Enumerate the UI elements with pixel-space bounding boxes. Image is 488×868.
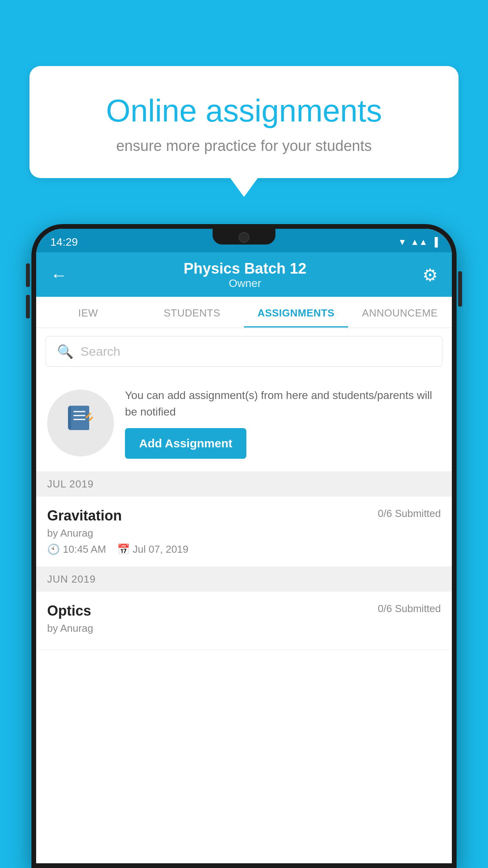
phone-camera	[238, 232, 250, 243]
speech-bubble: Online assignments ensure more practice …	[29, 66, 459, 178]
search-placeholder: Search	[81, 344, 120, 359]
volume-up-button	[26, 263, 30, 287]
assignment-row: Gravitation 0/6 Submitted	[47, 508, 441, 524]
add-assignment-button[interactable]: Add Assignment	[125, 428, 246, 459]
assignment-row-optics: Optics 0/6 Submitted	[47, 603, 441, 619]
app-header: ← Physics Batch 12 Owner ⚙	[36, 252, 452, 297]
add-assignment-promo: You can add assignment(s) from here and …	[36, 375, 452, 472]
search-icon: 🔍	[57, 344, 73, 359]
tab-students[interactable]: STUDENTS	[140, 297, 244, 327]
header-center: Physics Batch 12 Owner	[68, 260, 422, 290]
section-header-jun: JUN 2019	[36, 567, 452, 592]
promo-content: You can add assignment(s) from here and …	[125, 387, 441, 459]
header-title: Physics Batch 12	[68, 260, 422, 277]
assignment-by: by Anurag	[47, 527, 441, 539]
signal-icon: ▲▲	[411, 237, 428, 247]
tab-assignments[interactable]: ASSIGNMENTS	[244, 297, 348, 327]
assignment-time: 🕙 10:45 AM	[47, 543, 106, 555]
calendar-icon: 📅	[117, 543, 130, 555]
phone-screen: 14:29 ▼ ▲▲ ▐ ← Physics Batch 12 Owner ⚙ …	[36, 229, 452, 863]
volume-down-button	[26, 295, 30, 318]
settings-icon[interactable]: ⚙	[422, 265, 438, 285]
tab-iew[interactable]: IEW	[36, 297, 140, 327]
clock-icon: 🕙	[47, 543, 60, 555]
wifi-icon: ▼	[398, 237, 407, 247]
battery-icon: ▐	[431, 237, 438, 247]
assignment-name: Gravitation	[47, 508, 122, 524]
tab-bar: IEW STUDENTS ASSIGNMENTS ANNOUNCEME	[36, 297, 452, 328]
search-input-wrap[interactable]: 🔍 Search	[46, 336, 442, 367]
promo-description: You can add assignment(s) from here and …	[125, 387, 441, 420]
power-button	[458, 271, 462, 307]
status-icons: ▼ ▲▲ ▐	[398, 237, 438, 247]
search-bar: 🔍 Search	[36, 328, 452, 375]
speech-bubble-subtitle: ensure more practice for your students	[61, 138, 427, 154]
notebook-icon	[65, 404, 96, 443]
assignment-name-optics: Optics	[47, 603, 91, 619]
speech-bubble-title: Online assignments	[61, 94, 427, 128]
assignment-item-gravitation[interactable]: Gravitation 0/6 Submitted by Anurag 🕙 10…	[36, 497, 452, 567]
assignment-submitted-optics: 0/6 Submitted	[378, 603, 441, 615]
back-button[interactable]: ←	[50, 265, 68, 285]
section-header-jul: JUL 2019	[36, 472, 452, 497]
phone-frame: 14:29 ▼ ▲▲ ▐ ← Physics Batch 12 Owner ⚙ …	[31, 224, 457, 868]
status-time: 14:29	[50, 236, 78, 248]
promo-icon-circle	[47, 390, 114, 456]
assignment-date: 📅 Jul 07, 2019	[117, 543, 189, 555]
tab-announcements[interactable]: ANNOUNCEME	[348, 297, 452, 327]
svg-rect-1	[68, 407, 71, 429]
assignment-by-optics: by Anurag	[47, 622, 441, 634]
header-subtitle: Owner	[68, 277, 422, 290]
assignment-item-optics[interactable]: Optics 0/6 Submitted by Anurag	[36, 592, 452, 650]
assignment-meta: 🕙 10:45 AM 📅 Jul 07, 2019	[47, 543, 441, 555]
assignment-submitted: 0/6 Submitted	[378, 508, 441, 520]
